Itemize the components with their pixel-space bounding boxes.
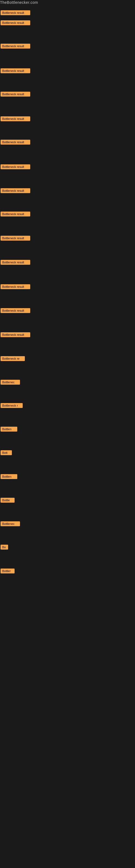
bottleneck-item: Bottleneck result xyxy=(1,284,30,290)
bottleneck-badge: Bottlen xyxy=(1,474,17,479)
bottleneck-item: Bottleneck result xyxy=(1,140,30,146)
bottleneck-item: Bottleneck result xyxy=(1,164,30,170)
bottleneck-item: Bottleneck result xyxy=(1,20,30,26)
bottleneck-item: Bottleneck result xyxy=(1,236,30,242)
bottleneck-badge: Bottleneck result xyxy=(1,260,30,265)
bottleneck-item: Bottler xyxy=(1,568,14,575)
bottleneck-items-container: Bottleneck resultBottleneck resultBottle… xyxy=(0,5,135,868)
bottleneck-badge: Bottleneck result xyxy=(1,284,30,289)
bottleneck-item: Bottlen xyxy=(1,474,17,480)
bottleneck-item: Bottlen xyxy=(1,427,17,433)
bottleneck-item: Bottleneck result xyxy=(1,10,30,16)
bottleneck-badge: Bo xyxy=(1,545,8,550)
bottleneck-badge: Bottleneck result xyxy=(1,188,30,193)
bottleneck-item: Bottleneck result xyxy=(1,212,30,218)
bottleneck-item: Bottleneck result xyxy=(1,332,30,338)
bottleneck-badge: Bottlen xyxy=(1,427,17,432)
bottleneck-item: Bottlenec xyxy=(1,380,20,386)
bottleneck-badge: Bottleneck result xyxy=(1,44,30,49)
bottleneck-badge: Bottleneck result xyxy=(1,68,30,73)
bottleneck-item: Bottleneck result xyxy=(1,68,30,74)
bottleneck-badge: Bottleneck result xyxy=(1,20,30,25)
bottleneck-badge: Bottleneck result xyxy=(1,332,30,337)
bottleneck-item: Bottleneck re xyxy=(1,356,25,362)
bottleneck-badge: Bottleneck result xyxy=(1,236,30,241)
bottleneck-badge: Bott xyxy=(1,450,12,455)
bottleneck-item: Bottleneck result xyxy=(1,260,30,266)
bottleneck-badge: Bottleneck result xyxy=(1,140,30,145)
bottleneck-item: Bottleneck result xyxy=(1,188,30,194)
bottleneck-badge: Bottle xyxy=(1,498,14,503)
bottleneck-item: Bottleneck result xyxy=(1,308,30,314)
bottleneck-item: Bottlenec xyxy=(1,521,20,527)
bottleneck-badge: Bottleneck result xyxy=(1,164,30,169)
bottleneck-item: Bottle xyxy=(1,498,14,504)
bottleneck-badge: Bottleneck result xyxy=(1,308,30,313)
bottleneck-badge: Bottlenec xyxy=(1,521,20,526)
bottleneck-badge: Bottler xyxy=(1,568,14,574)
bottleneck-badge: Bottleneck result xyxy=(1,92,30,97)
bottleneck-item: Bottleneck result xyxy=(1,44,30,50)
bottleneck-badge: Bottleneck r xyxy=(1,403,23,408)
bottleneck-item: Bo xyxy=(1,545,8,551)
bottleneck-badge: Bottlenec xyxy=(1,380,20,384)
bottleneck-badge: Bottleneck result xyxy=(1,212,30,216)
bottleneck-item: Bottleneck result xyxy=(1,116,30,122)
bottleneck-badge: Bottleneck result xyxy=(1,116,30,121)
bottleneck-badge: Bottleneck result xyxy=(1,10,30,15)
bottleneck-item: Bott xyxy=(1,450,12,456)
bottleneck-item: Bottleneck result xyxy=(1,92,30,98)
bottleneck-badge: Bottleneck re xyxy=(1,356,25,361)
bottleneck-item: Bottleneck r xyxy=(1,403,23,409)
